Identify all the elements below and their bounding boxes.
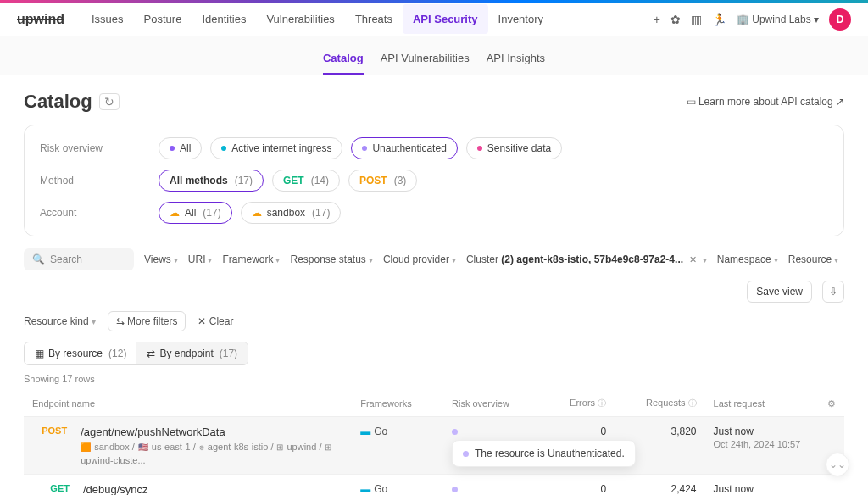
save-view-button[interactable]: Save view: [747, 281, 812, 303]
tab-by-resource[interactable]: ▦ By resource (12): [25, 342, 136, 364]
nav-posture[interactable]: Posture: [134, 4, 192, 34]
col-requests[interactable]: Requestsⓘ: [615, 391, 704, 417]
refresh-button[interactable]: ↻: [99, 93, 120, 110]
sub-nav: CatalogAPI VulnerabilitiesAPI Insights: [0, 36, 868, 75]
requests-cell: 2,424: [615, 475, 704, 496]
nav-api-security[interactable]: API Security: [403, 4, 488, 34]
col-frameworks[interactable]: Frameworks: [352, 391, 443, 417]
risk-pill-sensitive-data[interactable]: Sensitive data: [466, 137, 562, 159]
method-badge: POST: [32, 425, 72, 465]
table-row[interactable]: POST/agent/new/pushNetworkData🟧 sandbox …: [24, 417, 844, 475]
top-nav: upwind IssuesPostureIdentitiesVulnerabil…: [0, 3, 868, 36]
tab-by-endpoint[interactable]: ⇄ By endpoint (17): [136, 342, 248, 364]
controls-row: 🔍 Search Views▾URI▾Framework▾Response st…: [24, 248, 844, 303]
endpoint-path: /agent/new/pushNetworkData: [81, 425, 343, 438]
method-badge: GET: [32, 483, 75, 495]
search-input[interactable]: 🔍 Search: [24, 248, 134, 270]
scroll-down-indicator[interactable]: ⌄⌄: [826, 453, 849, 476]
response-status-filter[interactable]: Response status▾: [290, 253, 372, 265]
namespace-filter[interactable]: Namespace▾: [717, 253, 778, 265]
more-filters-button[interactable]: ⇆ More filters: [108, 311, 186, 331]
resource-filter[interactable]: Resource▾: [788, 253, 838, 265]
nav-inventory[interactable]: Inventory: [488, 4, 554, 34]
subnav-catalog[interactable]: Catalog: [323, 47, 364, 75]
nav-issues[interactable]: Issues: [81, 4, 134, 34]
cloud-provider-filter[interactable]: Cloud provider▾: [383, 253, 456, 265]
col-endpoint[interactable]: Endpoint name: [24, 391, 352, 417]
columns-icon[interactable]: ▥: [691, 13, 702, 26]
risk-cell: [443, 475, 543, 496]
page-title: Catalog ↻: [24, 91, 120, 113]
run-icon[interactable]: 🏃: [712, 13, 726, 26]
nav-vulnerabilities[interactable]: Vulnerabilities: [256, 4, 344, 34]
risk-tooltip: The resource is Unauthenticated.: [452, 440, 636, 467]
subnav-api-vulnerabilities[interactable]: API Vulnerabilities: [381, 47, 470, 75]
org-selector[interactable]: 🏢 Upwind Labs ▾: [737, 14, 819, 25]
table-row[interactable]: GET/debug/syncz🟧 sandbox / 🇺🇸 us-east-1 …: [24, 475, 844, 496]
logo[interactable]: upwind: [17, 12, 64, 27]
method-pill-post[interactable]: POST (3): [348, 170, 417, 192]
col-last[interactable]: Last request⚙: [705, 391, 844, 417]
account-pill-all[interactable]: ☁ All (17): [159, 202, 232, 224]
row-count: Showing 17 rows: [24, 374, 844, 384]
risk-pill-unauthenticated[interactable]: Unauthenticated: [351, 137, 457, 159]
risk-pill-active-internet-ingress[interactable]: Active internet ingress: [210, 137, 342, 159]
risk-pill-all[interactable]: All: [159, 137, 202, 159]
learn-more-link[interactable]: ▭ Learn more about API catalog ↗: [687, 96, 844, 108]
subnav-api-insights[interactable]: API Insights: [487, 47, 545, 75]
framework-filter[interactable]: Framework▾: [222, 253, 280, 265]
gear-icon[interactable]: ✿: [670, 13, 681, 26]
col-errors[interactable]: Errorsⓘ: [543, 391, 615, 417]
framework-cell: ▬Go: [352, 417, 443, 475]
framework-cell: ▬Go: [352, 475, 443, 496]
last-request-cell: Just nowOct 24th, 2024 10:57: [705, 475, 844, 496]
endpoints-table: Endpoint name Frameworks Risk overview E…: [24, 391, 844, 495]
risk-label: Risk overview: [40, 142, 159, 154]
last-request-cell: Just nowOct 24th, 2024 10:57: [705, 417, 844, 475]
nav-threats[interactable]: Threats: [345, 4, 403, 34]
endpoint-path: /debug/syncz: [83, 483, 343, 495]
cluster-filter[interactable]: Cluster (2) agent-k8s-istio, 57b4e9c8-97…: [466, 253, 707, 265]
plus-icon[interactable]: +: [654, 13, 660, 26]
col-risk[interactable]: Risk overview: [443, 391, 543, 417]
uri-filter[interactable]: URI▾: [188, 253, 213, 265]
view-tabs: ▦ By resource (12) ⇄ By endpoint (17): [24, 342, 248, 365]
download-button[interactable]: ⇩: [822, 281, 844, 303]
method-pill-all-methods[interactable]: All methods (17): [159, 170, 264, 192]
account-pill-sandbox[interactable]: ☁ sandbox (17): [241, 202, 342, 224]
resource-kind-filter[interactable]: Resource kind▾: [24, 315, 96, 327]
views-filter[interactable]: Views▾: [144, 253, 178, 265]
errors-cell: 0: [543, 475, 615, 496]
method-pill-get[interactable]: GET (14): [272, 170, 340, 192]
filters-panel: Risk overview AllActive internet ingress…: [24, 125, 844, 236]
avatar[interactable]: D: [829, 8, 851, 31]
clear-button[interactable]: ✕ Clear: [198, 315, 233, 327]
account-label: Account: [40, 207, 159, 219]
nav-identities[interactable]: Identities: [192, 4, 256, 34]
table-settings-icon[interactable]: ⚙: [827, 398, 836, 409]
method-label: Method: [40, 175, 159, 186]
cluster-clear-icon[interactable]: ✕: [689, 254, 697, 264]
breadcrumb: 🟧 sandbox / 🇺🇸 us-east-1 / ⎈ agent-k8s-i…: [81, 442, 343, 465]
